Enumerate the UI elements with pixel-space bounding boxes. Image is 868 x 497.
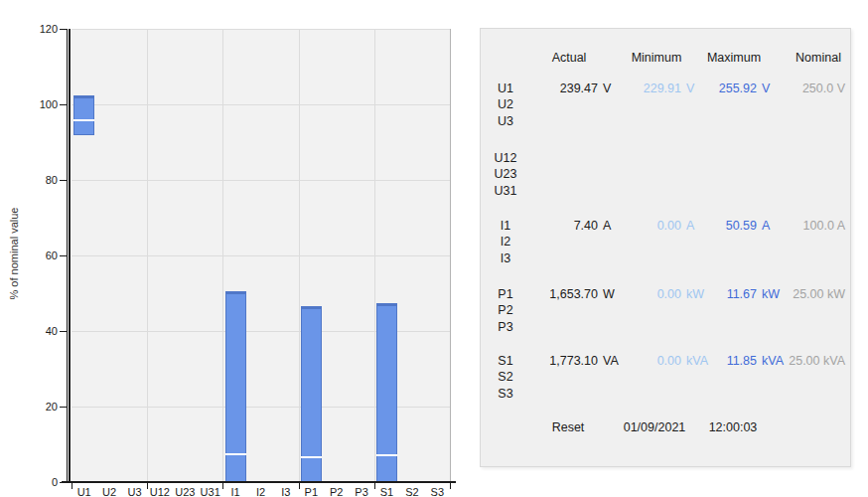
minimum-value: 0.00 <box>625 353 681 369</box>
column-header-actual: Actual <box>552 51 587 65</box>
gridline-v <box>222 29 223 482</box>
actual-unit: W <box>603 286 625 302</box>
measurement-row-I3: I3 <box>481 250 850 266</box>
minimum-value: 0.00 <box>625 286 681 302</box>
measurement-row-U3: U3 <box>481 113 850 129</box>
maximum-unit: V <box>762 81 788 96</box>
y-tick-label: 80 <box>26 173 58 187</box>
y-tick <box>60 104 67 105</box>
measurement-row-P3: P3 <box>481 319 850 335</box>
row-label: P1 <box>489 286 522 302</box>
nominal-value: 250.0 V <box>788 81 845 96</box>
row-label: I1 <box>489 218 522 234</box>
y-tick <box>60 255 67 256</box>
actual-marker-S1 <box>376 454 397 456</box>
x-axis-line <box>62 481 456 483</box>
nominal-value: 25.00 kVA <box>788 353 845 369</box>
row-label: I3 <box>489 250 522 266</box>
row-label: U12 <box>489 150 522 166</box>
maximum-unit: kVA <box>762 353 788 369</box>
measurement-group: P11,653.70W0.00kW11.67kW25.00 kWP2P3 <box>481 286 850 335</box>
column-header-minimum: Minimum <box>632 51 682 65</box>
nominal-value-bar-chart: % of nominal value 020406080100120U1U2U3… <box>0 0 480 497</box>
nominal-value: 25.00 kW <box>788 286 845 302</box>
actual-unit: A <box>603 218 625 234</box>
row-label: S3 <box>489 386 522 402</box>
nominal-value: 100.0 A <box>788 218 845 234</box>
min-max-measurements-panel: Actual Minimum Maximum Nominal U1239.47V… <box>480 28 851 467</box>
y-tick-label: 60 <box>26 248 58 262</box>
actual-unit: V <box>603 81 625 96</box>
minimum-unit: kVA <box>686 353 706 369</box>
y-tick <box>60 331 67 332</box>
y-tick-label: 100 <box>26 97 58 111</box>
plot-right-border <box>450 29 451 482</box>
measurement-row-U23: U23 <box>481 166 850 182</box>
y-tick <box>60 407 67 408</box>
actual-marker-U1 <box>73 119 94 121</box>
maximum-value: 11.67 <box>706 286 757 302</box>
x-category-label-S3: S3 <box>422 486 452 497</box>
row-label: I2 <box>489 234 522 249</box>
minimum-unit: V <box>686 81 706 96</box>
measurement-group: I17.40A0.00A50.59A100.0 AI2I3 <box>481 218 850 266</box>
actual-unit: VA <box>603 353 625 369</box>
measurement-group: S11,773.10VA0.00kVA11.85kVA25.00 kVAS2S3 <box>481 353 850 402</box>
y-tick-label: 40 <box>26 324 58 338</box>
minimum-unit: A <box>686 218 706 234</box>
row-label: U23 <box>489 166 522 182</box>
y-tick-label: 120 <box>26 22 58 36</box>
measurement-row-I1: I17.40A0.00A50.59A100.0 A <box>481 218 850 234</box>
gridline-h <box>72 255 450 256</box>
measurement-row-I2: I2 <box>481 234 850 249</box>
measurement-group: U1239.47V229.91V255.92V250.0 VU2U3 <box>481 81 850 129</box>
row-label: U2 <box>489 96 522 112</box>
y-axis-line <box>69 29 71 483</box>
gridline-v <box>299 29 300 482</box>
reset-date: 01/09/2021 <box>624 420 686 434</box>
y-tick <box>60 29 67 30</box>
row-label: S1 <box>489 353 522 369</box>
y-tick <box>60 180 67 181</box>
minimum-value: 0.00 <box>625 218 681 234</box>
y-tick-label: 20 <box>26 400 58 414</box>
measurement-group: U12U23U31 <box>481 150 850 199</box>
actual-value: 1,653.70 <box>522 286 598 302</box>
actual-value: 7.40 <box>522 218 598 234</box>
actual-value: 239.47 <box>522 81 598 96</box>
actual-marker-I1 <box>225 453 246 455</box>
maximum-unit: A <box>762 218 788 234</box>
column-header-nominal: Nominal <box>796 51 841 65</box>
plot-area <box>72 29 450 482</box>
measurement-row-U1: U1239.47V229.91V255.92V250.0 V <box>481 81 850 96</box>
row-label: U31 <box>489 183 522 199</box>
measurement-row-P1: P11,653.70W0.00kW11.67kW25.00 kW <box>481 286 850 302</box>
gridline-v <box>374 29 375 482</box>
y-tick <box>60 482 67 483</box>
maximum-value: 50.59 <box>706 218 757 234</box>
row-label: U3 <box>489 113 522 129</box>
gridline-h <box>72 104 450 105</box>
minimum-value: 229.91 <box>625 81 681 96</box>
y-axis-line <box>67 29 68 483</box>
row-label: P2 <box>489 302 522 318</box>
maximum-value: 11.85 <box>706 353 757 369</box>
row-label: U1 <box>489 81 522 96</box>
column-header-maximum: Maximum <box>707 51 761 65</box>
gridline-v <box>147 29 148 482</box>
actual-value: 1,773.10 <box>522 353 598 369</box>
actual-marker-P1 <box>301 456 322 458</box>
measurement-row-S1: S11,773.10VA0.00kVA11.85kVA25.00 kVA <box>481 353 850 369</box>
minimum-unit: kW <box>686 286 706 302</box>
measurement-row-U31: U31 <box>481 183 850 199</box>
y-axis-title: % of nominal value <box>8 208 20 300</box>
reset-time: 12:00:03 <box>709 420 758 434</box>
row-label: S2 <box>489 369 522 385</box>
reset-button[interactable]: Reset <box>552 420 585 434</box>
measurement-row-S2: S2 <box>481 369 850 385</box>
maximum-value: 255.92 <box>706 81 757 96</box>
gridline-h <box>72 29 450 30</box>
range-bar-U1 <box>73 95 94 135</box>
measurement-row-P2: P2 <box>481 302 850 318</box>
measurement-row-S3: S3 <box>481 386 850 402</box>
